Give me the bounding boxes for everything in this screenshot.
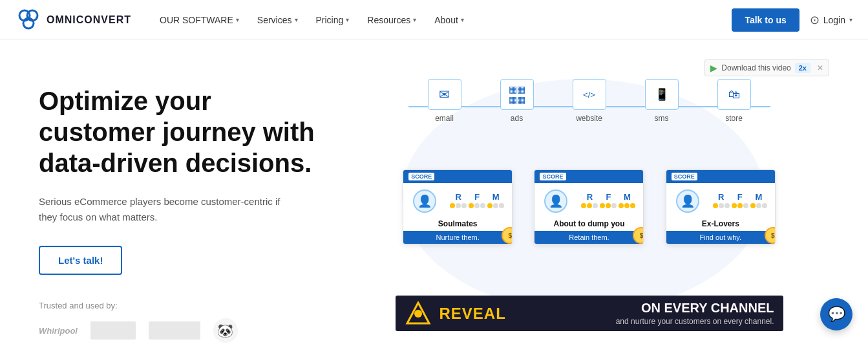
reveal-channel-text: ON EVERY CHANNEL xyxy=(641,301,774,316)
login-button[interactable]: ⊙ Login ▾ xyxy=(810,13,852,27)
rfm-m-2: M xyxy=(619,192,635,208)
lets-talk-button[interactable]: Let's talk! xyxy=(39,246,122,275)
rfm-r-1: R xyxy=(450,192,467,208)
logo-link[interactable]: OMNICONVERT xyxy=(16,7,131,33)
chevron-down-icon: ▾ xyxy=(849,16,852,23)
hero-section: Optimize your customer journey with data… xyxy=(0,40,868,346)
segment-card-soulmates: SCORE 👤 R F xyxy=(403,169,513,244)
reveal-logo-icon xyxy=(405,301,432,326)
talk-to-us-button[interactable]: Talk to us xyxy=(732,8,799,32)
channel-website: </> website xyxy=(573,79,606,123)
ads-icon-box: ▦▦▦▦ xyxy=(500,79,534,110)
rfm-f-3: F xyxy=(732,192,748,208)
channel-sms: 📱 sms xyxy=(645,79,679,123)
navbar: OMNICONVERT OUR SOFTWARE ▾ Services ▾ Pr… xyxy=(0,0,868,40)
close-icon[interactable]: ✕ xyxy=(817,63,823,72)
channel-email: ✉ email xyxy=(428,79,461,123)
sms-icon-box: 📱 xyxy=(645,79,679,110)
coin-2: $ xyxy=(633,227,644,244)
ads-label: ads xyxy=(511,114,523,123)
hero-left: Optimize your customer journey with data… xyxy=(39,66,349,343)
nav-item-about[interactable]: About ▾ xyxy=(427,10,472,30)
store-icon-box: 🛍 xyxy=(717,79,751,110)
score-badge-1: SCORE xyxy=(408,173,434,180)
chevron-down-icon: ▾ xyxy=(236,16,239,23)
rfm-r-2: R xyxy=(581,192,598,208)
segment-header-2: SCORE xyxy=(535,170,643,183)
hero-right: ▶ Download this video 2x ✕ ✉ email ▦▦▦▦ … xyxy=(349,66,829,344)
segment-header-3: SCORE xyxy=(666,170,775,183)
reveal-banner: REVEAL ON EVERY CHANNEL and nurture your… xyxy=(396,296,783,331)
trusted-label: Trusted and used by: xyxy=(39,301,349,310)
hero-subtitle: Serious eCommerce players become custome… xyxy=(39,194,284,225)
rfm-row-2: R F M xyxy=(577,189,639,211)
whirlpool-logo: Whirlpool xyxy=(39,326,78,336)
rfm-m-1: M xyxy=(487,192,504,208)
reveal-text: REVEAL xyxy=(439,305,506,323)
nav-links: OUR SOFTWARE ▾ Services ▾ Pricing ▾ Reso… xyxy=(152,10,732,30)
email-label: email xyxy=(435,114,454,123)
brand-logo-3 xyxy=(149,321,200,340)
chat-icon: 💬 xyxy=(828,306,845,323)
website-label: website xyxy=(576,114,602,123)
diagram-container: ✉ email ▦▦▦▦ ads </> website 📱 sms 🛍 xyxy=(389,66,790,338)
segment-cta-1: Nurture them. xyxy=(403,231,512,244)
segment-card-abouttodump: SCORE 👤 R F xyxy=(534,169,644,244)
chevron-down-icon: ▾ xyxy=(413,16,416,23)
segment-name-1: Soulmates xyxy=(403,217,512,231)
segment-header-1: SCORE xyxy=(403,170,512,183)
nav-item-software[interactable]: OUR SOFTWARE ▾ xyxy=(152,10,247,30)
nav-item-pricing[interactable]: Pricing ▾ xyxy=(308,10,357,30)
channel-store: 🛍 store xyxy=(717,79,751,123)
segment-name-3: Ex-Lovers xyxy=(666,217,775,231)
score-badge-3: SCORE xyxy=(672,173,697,180)
chevron-down-icon: ▾ xyxy=(461,16,464,23)
website-icon-box: </> xyxy=(573,79,606,110)
rfm-row-3: R F M xyxy=(709,189,771,211)
rfm-m-3: M xyxy=(750,192,767,208)
chevron-down-icon: ▾ xyxy=(346,16,349,23)
chat-button[interactable]: 💬 xyxy=(820,298,852,330)
segments-row: SCORE 👤 R F xyxy=(396,169,783,244)
avatar-2: 👤 xyxy=(544,189,567,213)
chevron-down-icon: ▾ xyxy=(295,16,298,23)
segment-cta-2: Retain them. xyxy=(535,231,643,244)
segment-content-1: 👤 R F M xyxy=(403,183,512,217)
rfm-row-1: R F M xyxy=(446,189,508,211)
email-icon-box: ✉ xyxy=(428,79,461,110)
logo-icon xyxy=(16,7,41,33)
rfm-f-1: F xyxy=(469,192,485,208)
store-label: store xyxy=(725,114,743,123)
hero-title: Optimize your customer journey with data… xyxy=(39,85,323,178)
brand-logos: Whirlpool 🐼 xyxy=(39,318,349,343)
segment-cta-3: Find out why. xyxy=(666,231,775,244)
channels-row: ✉ email ▦▦▦▦ ads </> website 📱 sms 🛍 xyxy=(408,79,770,123)
download-badge: 2x xyxy=(795,63,810,73)
rfm-r-3: R xyxy=(713,192,730,208)
channel-ads: ▦▦▦▦ ads xyxy=(500,79,534,123)
nav-item-resources[interactable]: Resources ▾ xyxy=(359,10,424,30)
reveal-right: ON EVERY CHANNEL and nurture your custom… xyxy=(514,301,774,326)
sms-label: sms xyxy=(655,114,669,123)
avatar-3: 👤 xyxy=(676,189,699,213)
avatar-1: 👤 xyxy=(413,189,436,213)
score-badge-2: SCORE xyxy=(540,173,566,180)
segment-content-3: 👤 R F M xyxy=(666,183,775,217)
reveal-sub-text: and nurture your customers on every chan… xyxy=(616,317,774,326)
logo-text: OMNICONVERT xyxy=(47,14,131,26)
rfm-f-2: F xyxy=(600,192,617,208)
account-icon: ⊙ xyxy=(810,13,820,27)
segment-name-2: About to dump you xyxy=(535,217,643,231)
panda-logo: 🐼 xyxy=(213,318,238,343)
segment-content-2: 👤 R F M xyxy=(535,183,643,217)
nav-item-services[interactable]: Services ▾ xyxy=(249,10,306,30)
svg-point-4 xyxy=(414,310,422,318)
nav-right: Talk to us ⊙ Login ▾ xyxy=(732,8,852,32)
segment-card-exlovers: SCORE 👤 R F xyxy=(666,169,776,244)
brand-logo-2 xyxy=(90,321,136,340)
